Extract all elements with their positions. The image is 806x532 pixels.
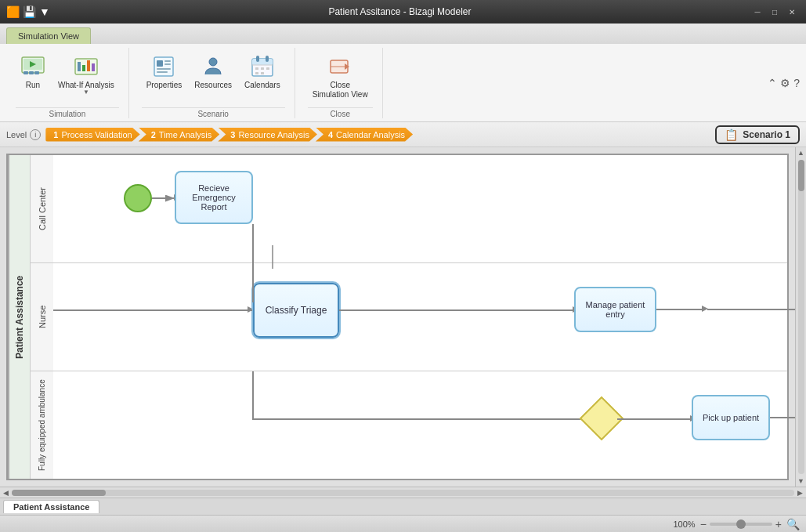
start-event[interactable]: [124, 184, 152, 212]
scenario-group-label: Scenario: [142, 107, 285, 118]
calendars-button[interactable]: Calendars: [240, 51, 285, 93]
tab-simulation-view[interactable]: Simulation View: [6, 27, 91, 44]
resources-label: Resources: [194, 81, 232, 90]
zoom-control: − +: [700, 518, 782, 530]
what-if-icon: [74, 54, 99, 79]
app-icons: 🟧 💾 ▼: [6, 5, 50, 18]
classify-triage-task[interactable]: Classify Triage: [253, 283, 339, 338]
step-3-label: Resource Analysis: [238, 130, 309, 139]
pool-header: Patient Assistance: [8, 155, 30, 479]
maximize-button[interactable]: □: [767, 4, 783, 20]
ribbon-right-icons: ⌃ ⚙ ?: [768, 77, 800, 89]
lane-nurse-content: Classify Triage Manage patient entry: [53, 263, 787, 371]
main-container: Patient Assistance Call Center: [0, 147, 806, 498]
zoom-slider[interactable]: [710, 523, 772, 526]
title-bar: 🟧 💾 ▼ Patient Assitance - Bizagi Modeler…: [0, 0, 806, 24]
step-4-label: Calendar Analysis: [336, 130, 405, 139]
connector-right: [656, 309, 703, 310]
scroll-up-button[interactable]: ▲: [797, 149, 804, 157]
scroll-left-button[interactable]: ◀: [3, 489, 9, 497]
run-button[interactable]: Run: [16, 51, 50, 93]
lane-call-center-label: Call Center: [30, 155, 53, 262]
fit-view-icon[interactable]: 🔍: [786, 518, 800, 530]
close-group-label: Close: [308, 107, 373, 118]
ribbon-group-simulation: Run What-If Analysis ▼ Simulation: [6, 48, 129, 118]
receive-emergency-task[interactable]: Recieve Emergency Report: [175, 171, 253, 224]
lane-nurse: Nurse Classify Triage: [30, 263, 787, 371]
scenario-badge[interactable]: 📋 Scenario 1: [715, 125, 800, 144]
close-button[interactable]: ✕: [784, 4, 800, 20]
svg-rect-21: [266, 56, 269, 62]
scroll-track-h[interactable]: [12, 490, 794, 496]
classify-triage-label: Classify Triage: [266, 305, 327, 316]
scenario-label: Scenario 1: [743, 129, 790, 140]
collapse-icon[interactable]: ⌃: [768, 77, 777, 89]
svg-rect-7: [78, 62, 81, 71]
gateway-element[interactable]: [586, 403, 617, 434]
svg-rect-23: [255, 67, 258, 70]
window-controls[interactable]: ─ □ ✕: [750, 4, 800, 20]
save-icon[interactable]: 💾: [23, 5, 36, 18]
scroll-thumb-v[interactable]: [798, 160, 804, 191]
zoom-in-button[interactable]: +: [775, 518, 782, 530]
nav-step-4[interactable]: 4 Calendar Analysis: [316, 128, 413, 142]
connector-to-pickup: [617, 418, 692, 420]
close-sim-icon: [327, 54, 352, 79]
zoom-thumb[interactable]: [736, 519, 746, 529]
nav-step-2[interactable]: 2 Time Analysis: [139, 128, 220, 142]
status-bar: 100% − + 🔍: [0, 515, 806, 532]
vertical-scrollbar[interactable]: ▲ ▼: [795, 147, 806, 487]
properties-label: Properties: [146, 81, 183, 90]
lane-ambulance-label: Fully equipped ambulance: [30, 371, 53, 479]
svg-rect-19: [252, 59, 273, 65]
nav-bar: Level i 1 Process Validation 2 Time Anal…: [0, 122, 806, 147]
statusbar-right: 100% − + 🔍: [673, 518, 800, 530]
svg-rect-26: [255, 72, 258, 74]
scroll-track-v[interactable]: [798, 160, 804, 474]
svg-rect-12: [157, 60, 163, 67]
svg-rect-3: [23, 71, 28, 74]
close-sim-button[interactable]: CloseSimulation View: [308, 51, 373, 103]
connector-to-manage: [339, 309, 574, 311]
svg-rect-11: [154, 57, 173, 76]
lane1-connectors: [53, 155, 787, 262]
pick-up-patient-task[interactable]: Pick up patient: [692, 395, 770, 440]
minimize-button[interactable]: ─: [750, 4, 765, 20]
lane-call-center: Call Center: [30, 155, 787, 263]
step-2-label: Time Analysis: [159, 130, 211, 139]
svg-rect-24: [261, 67, 264, 70]
app-icon: 🟧: [6, 5, 20, 18]
connector-classify-down: [252, 371, 254, 420]
level-info-button[interactable]: i: [30, 129, 41, 140]
lane-call-center-content: Recieve Emergency Report: [53, 155, 787, 262]
svg-rect-13: [157, 68, 171, 70]
close-sim-label: CloseSimulation View: [313, 81, 368, 100]
settings-icon[interactable]: ⚙: [780, 77, 790, 89]
ribbon-content: Run What-If Analysis ▼ Simulation: [0, 44, 806, 122]
nav-step-1[interactable]: 1 Process Validation: [45, 128, 139, 142]
scroll-thumb-h[interactable]: [12, 490, 106, 496]
svg-rect-16: [164, 63, 171, 65]
run-icon: [20, 54, 45, 79]
what-if-button[interactable]: What-If Analysis ▼: [53, 51, 119, 99]
canvas-wrapper[interactable]: Patient Assistance Call Center: [0, 147, 795, 487]
receive-emergency-label: Recieve Emergency Report: [179, 183, 248, 212]
scroll-right-button[interactable]: ▶: [797, 489, 803, 497]
scroll-down-button[interactable]: ▼: [797, 477, 804, 485]
nav-step-3[interactable]: 3 Resource Analysis: [218, 128, 317, 142]
horizontal-scrollbar[interactable]: ◀ ▶: [0, 487, 806, 498]
connector-ambulance-h: [252, 418, 589, 420]
zoom-out-button[interactable]: −: [700, 518, 707, 530]
connector-to-end: [770, 417, 795, 418]
resources-button[interactable]: Resources: [190, 51, 237, 93]
menu-icon[interactable]: ▼: [39, 5, 50, 18]
help-icon[interactable]: ?: [793, 77, 800, 89]
simulation-group-label: Simulation: [16, 107, 119, 118]
properties-button[interactable]: Properties: [142, 51, 187, 93]
tab-patient-assistance[interactable]: Patient Assistance: [3, 500, 99, 513]
svg-rect-20: [256, 56, 259, 62]
svg-rect-5: [34, 71, 39, 74]
nav-level: Level i: [6, 129, 41, 140]
manage-patient-entry-task[interactable]: Manage patient entry: [574, 287, 656, 332]
level-label: Level: [6, 130, 27, 139]
